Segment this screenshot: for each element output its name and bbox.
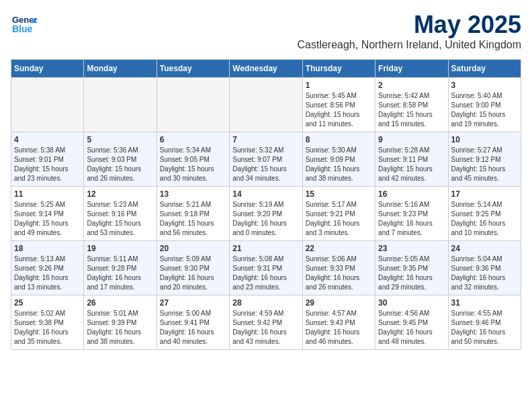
- day-info: Sunrise: 4:57 AMSunset: 9:43 PMDaylight:…: [306, 309, 372, 347]
- day-info: Sunrise: 5:01 AMSunset: 9:39 PMDaylight:…: [87, 309, 153, 347]
- day-info: Sunrise: 5:38 AMSunset: 9:01 PMDaylight:…: [14, 146, 81, 183]
- day-info: Sunrise: 4:59 AMSunset: 9:42 PMDaylight:…: [232, 309, 299, 347]
- day-info: Sunrise: 5:00 AMSunset: 9:41 PMDaylight:…: [160, 309, 226, 347]
- col-friday: Friday: [375, 60, 448, 78]
- day-info: Sunrise: 5:05 AMSunset: 9:35 PMDaylight:…: [378, 255, 445, 292]
- calendar-header-row: Sunday Monday Tuesday Wednesday Thursday…: [11, 60, 521, 78]
- day-info: Sunrise: 5:19 AMSunset: 9:20 PMDaylight:…: [232, 200, 299, 238]
- calendar-title: May 2025: [297, 11, 521, 39]
- table-row: [230, 78, 302, 132]
- table-row: 26Sunrise: 5:01 AMSunset: 9:39 PMDayligh…: [84, 295, 157, 350]
- calendar-week-row: 4Sunrise: 5:38 AMSunset: 9:01 PMDaylight…: [11, 132, 521, 187]
- day-number: 1: [306, 81, 372, 90]
- calendar-subtitle: Castlereagh, Northern Ireland, United Ki…: [297, 39, 521, 51]
- day-number: 14: [232, 189, 299, 199]
- day-info: Sunrise: 5:45 AMSunset: 8:56 PMDaylight:…: [306, 91, 372, 129]
- day-number: 16: [378, 189, 445, 199]
- day-number: 9: [378, 135, 445, 144]
- table-row: 3Sunrise: 5:40 AMSunset: 9:00 PMDaylight…: [448, 78, 521, 132]
- table-row: 13Sunrise: 5:21 AMSunset: 9:18 PMDayligh…: [157, 187, 229, 241]
- day-number: 19: [87, 244, 153, 253]
- day-number: 15: [306, 189, 372, 199]
- table-row: [84, 78, 157, 132]
- table-row: 7Sunrise: 5:32 AMSunset: 9:07 PMDaylight…: [230, 132, 302, 187]
- day-number: 25: [14, 298, 81, 308]
- day-number: 30: [378, 298, 445, 308]
- day-number: 21: [232, 244, 299, 253]
- table-row: 10Sunrise: 5:27 AMSunset: 9:12 PMDayligh…: [448, 132, 521, 187]
- col-saturday: Saturday: [448, 60, 521, 78]
- calendar-week-row: 25Sunrise: 5:02 AMSunset: 9:38 PMDayligh…: [11, 295, 521, 350]
- svg-text:Blue: Blue: [12, 24, 33, 34]
- day-number: 31: [451, 298, 518, 308]
- table-row: 2Sunrise: 5:42 AMSunset: 8:58 PMDaylight…: [375, 78, 448, 132]
- col-sunday: Sunday: [11, 60, 84, 78]
- day-info: Sunrise: 5:36 AMSunset: 9:03 PMDaylight:…: [87, 146, 153, 183]
- day-info: Sunrise: 5:14 AMSunset: 9:25 PMDaylight:…: [451, 200, 518, 238]
- day-info: Sunrise: 5:08 AMSunset: 9:31 PMDaylight:…: [232, 255, 299, 292]
- day-number: 6: [160, 135, 226, 144]
- day-number: 2: [378, 81, 445, 90]
- calendar-week-row: 18Sunrise: 5:13 AMSunset: 9:26 PMDayligh…: [11, 241, 521, 295]
- day-info: Sunrise: 5:11 AMSunset: 9:28 PMDaylight:…: [87, 255, 153, 292]
- day-info: Sunrise: 5:42 AMSunset: 8:58 PMDaylight:…: [378, 91, 445, 129]
- table-row: 8Sunrise: 5:30 AMSunset: 9:09 PMDaylight…: [302, 132, 375, 187]
- day-number: 4: [14, 135, 81, 144]
- day-number: 11: [14, 189, 81, 199]
- day-number: 28: [232, 298, 299, 308]
- table-row: 5Sunrise: 5:36 AMSunset: 9:03 PMDaylight…: [84, 132, 157, 187]
- table-row: 22Sunrise: 5:06 AMSunset: 9:33 PMDayligh…: [302, 241, 375, 295]
- col-thursday: Thursday: [302, 60, 375, 78]
- day-info: Sunrise: 5:30 AMSunset: 9:09 PMDaylight:…: [306, 146, 372, 183]
- table-row: 28Sunrise: 4:59 AMSunset: 9:42 PMDayligh…: [230, 295, 302, 350]
- day-info: Sunrise: 5:16 AMSunset: 9:23 PMDaylight:…: [378, 200, 445, 238]
- logo-icon: General Blue: [11, 11, 38, 38]
- day-info: Sunrise: 5:17 AMSunset: 9:21 PMDaylight:…: [306, 200, 372, 238]
- calendar-week-row: 11Sunrise: 5:25 AMSunset: 9:14 PMDayligh…: [11, 187, 521, 241]
- day-info: Sunrise: 5:28 AMSunset: 9:11 PMDaylight:…: [378, 146, 445, 183]
- logo: General Blue: [11, 11, 40, 40]
- day-number: 27: [160, 298, 226, 308]
- title-section: May 2025 Castlereagh, Northern Ireland, …: [297, 11, 521, 56]
- table-row: 29Sunrise: 4:57 AMSunset: 9:43 PMDayligh…: [302, 295, 375, 350]
- day-info: Sunrise: 5:34 AMSunset: 9:05 PMDaylight:…: [160, 146, 226, 183]
- col-wednesday: Wednesday: [230, 60, 302, 78]
- table-row: 31Sunrise: 4:55 AMSunset: 9:46 PMDayligh…: [448, 295, 521, 350]
- day-info: Sunrise: 5:25 AMSunset: 9:14 PMDaylight:…: [14, 200, 81, 238]
- table-row: 9Sunrise: 5:28 AMSunset: 9:11 PMDaylight…: [375, 132, 448, 187]
- day-info: Sunrise: 5:02 AMSunset: 9:38 PMDaylight:…: [14, 309, 81, 347]
- table-row: 1Sunrise: 5:45 AMSunset: 8:56 PMDaylight…: [302, 78, 375, 132]
- table-row: 15Sunrise: 5:17 AMSunset: 9:21 PMDayligh…: [302, 187, 375, 241]
- day-info: Sunrise: 5:32 AMSunset: 9:07 PMDaylight:…: [232, 146, 299, 183]
- calendar-week-row: 1Sunrise: 5:45 AMSunset: 8:56 PMDaylight…: [11, 78, 521, 132]
- table-row: 17Sunrise: 5:14 AMSunset: 9:25 PMDayligh…: [448, 187, 521, 241]
- day-info: Sunrise: 4:55 AMSunset: 9:46 PMDaylight:…: [451, 309, 518, 347]
- day-number: 23: [378, 244, 445, 253]
- calendar-table: Sunday Monday Tuesday Wednesday Thursday…: [11, 59, 521, 350]
- day-info: Sunrise: 5:40 AMSunset: 9:00 PMDaylight:…: [451, 91, 518, 129]
- table-row: 27Sunrise: 5:00 AMSunset: 9:41 PMDayligh…: [157, 295, 229, 350]
- table-row: 19Sunrise: 5:11 AMSunset: 9:28 PMDayligh…: [84, 241, 157, 295]
- day-number: 10: [451, 135, 518, 144]
- day-info: Sunrise: 5:06 AMSunset: 9:33 PMDaylight:…: [306, 255, 372, 292]
- day-number: 5: [87, 135, 153, 144]
- table-row: 25Sunrise: 5:02 AMSunset: 9:38 PMDayligh…: [11, 295, 84, 350]
- day-info: Sunrise: 5:13 AMSunset: 9:26 PMDaylight:…: [14, 255, 81, 292]
- table-row: [11, 78, 84, 132]
- table-row: 23Sunrise: 5:05 AMSunset: 9:35 PMDayligh…: [375, 241, 448, 295]
- table-row: [157, 78, 229, 132]
- table-row: 16Sunrise: 5:16 AMSunset: 9:23 PMDayligh…: [375, 187, 448, 241]
- day-info: Sunrise: 5:04 AMSunset: 9:36 PMDaylight:…: [451, 255, 518, 292]
- day-number: 7: [232, 135, 299, 144]
- day-number: 26: [87, 298, 153, 308]
- day-number: 18: [14, 244, 81, 253]
- day-number: 20: [160, 244, 226, 253]
- day-info: Sunrise: 5:27 AMSunset: 9:12 PMDaylight:…: [451, 146, 518, 183]
- table-row: 6Sunrise: 5:34 AMSunset: 9:05 PMDaylight…: [157, 132, 229, 187]
- col-tuesday: Tuesday: [157, 60, 229, 78]
- day-number: 29: [306, 298, 372, 308]
- table-row: 24Sunrise: 5:04 AMSunset: 9:36 PMDayligh…: [448, 241, 521, 295]
- day-info: Sunrise: 5:21 AMSunset: 9:18 PMDaylight:…: [160, 200, 226, 238]
- table-row: 14Sunrise: 5:19 AMSunset: 9:20 PMDayligh…: [230, 187, 302, 241]
- day-number: 13: [160, 189, 226, 199]
